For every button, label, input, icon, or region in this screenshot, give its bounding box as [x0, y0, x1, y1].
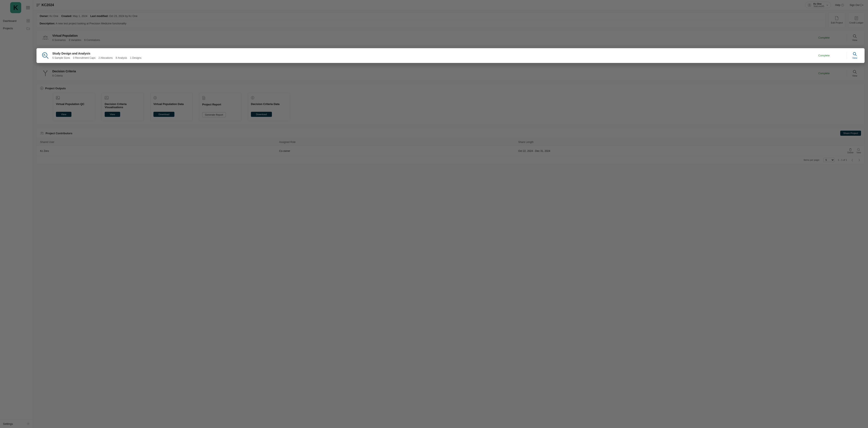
output-action-button[interactable]: View [56, 112, 71, 117]
section-sub: 6 Criteria [52, 74, 63, 77]
section-title: Virtual Population [52, 34, 818, 37]
output-action-button[interactable]: Download [251, 112, 272, 117]
trash-icon [849, 148, 852, 151]
edit-project-label: Edit Project [831, 22, 843, 24]
items-per-page-select[interactable]: 5 [823, 158, 835, 162]
folder-icon [27, 27, 30, 30]
credit-ledger-label: Credit Ledger [849, 22, 864, 24]
ledger-icon [854, 16, 859, 21]
share-project-button[interactable]: Share Project [840, 131, 861, 136]
table-row: Kc Zero Co-owner Oct 22, 2024 - Dec 31, … [37, 146, 864, 156]
svg-point-12 [853, 35, 856, 37]
page-title: KC2024 [41, 3, 54, 7]
section-sub: 1 Designs [130, 56, 141, 59]
pagination: Items per page: 5 1 - 1 of 1 ❮ ❯ [37, 156, 864, 162]
meta-owner-label: Owner: [40, 15, 49, 18]
download-icon [40, 87, 43, 90]
column-header-user: Shared User [40, 141, 279, 144]
page-range: 1 - 1 of 1 [838, 159, 847, 161]
column-header-length: Share Length [518, 141, 757, 144]
meta-description-label: Description: [40, 22, 55, 25]
contributors-heading: Project Contributors [45, 132, 72, 135]
download-circle-icon [251, 96, 287, 99]
topbar: KC2024 Kc One StatLead45 Help [33, 0, 868, 10]
output-title: Virtual Population Data [153, 103, 189, 109]
edit-project-button[interactable]: Edit Project [829, 12, 845, 27]
svg-point-11 [45, 36, 46, 37]
svg-point-18 [57, 97, 58, 98]
analysis-icon [40, 52, 50, 59]
sidebar-item-projects[interactable]: Projects [0, 25, 33, 32]
main-content: KC2024 Kc One StatLead45 Help [33, 0, 868, 428]
sidebar-item-dashboard[interactable]: Dashboard [0, 17, 33, 25]
view-button[interactable]: View [846, 34, 861, 41]
section-sub: 6 Correlations [84, 38, 100, 41]
credit-ledger-button[interactable]: Credit Ledger [848, 12, 865, 27]
svg-point-10 [46, 36, 48, 37]
next-page-icon[interactable]: ❯ [858, 159, 861, 162]
project-meta-panel: Owner: Kc One Created: May 1, 2024 Last … [36, 12, 826, 27]
section-virtual-population: Virtual Population 6 Scenarios 8 Variabl… [36, 30, 865, 45]
sidebar-item-settings[interactable]: Settings [0, 419, 33, 428]
people-icon [40, 35, 50, 40]
delete-label: Delete [847, 151, 854, 154]
view-button[interactable]: View [856, 148, 861, 154]
output-action-button[interactable]: Generate Report [202, 112, 226, 117]
cell-role: Co-owner [279, 149, 518, 152]
view-label: View [852, 57, 858, 59]
output-card: Project Report Generate Report [199, 93, 241, 121]
signout-label: Sign Out [849, 4, 860, 6]
section-sub: 8 Variables [69, 38, 81, 41]
meta-modified-label: Last modified: [90, 15, 108, 18]
svg-point-9 [43, 36, 44, 37]
search-icon [853, 52, 857, 56]
view-button[interactable]: View [846, 52, 861, 59]
output-title: Project Report [202, 103, 238, 109]
column-header-role: Assigned Role [279, 141, 518, 144]
view-label: View [852, 39, 858, 41]
items-per-page-label: Items per page: [804, 159, 820, 161]
meta-owner-value: Kc One [50, 15, 59, 18]
user-chip[interactable]: Kc One StatLead45 [805, 2, 831, 8]
output-card: Virtual Population Data Download [150, 93, 193, 121]
svg-point-4 [28, 423, 29, 424]
download-circle-icon [153, 96, 189, 99]
outputs-heading: Project Outputs [45, 87, 66, 90]
svg-point-23 [42, 132, 43, 133]
app-logo: K [10, 2, 21, 13]
chart-icon [105, 96, 141, 99]
edit-icon [835, 16, 839, 21]
svg-point-14 [853, 52, 856, 55]
signout-icon [860, 4, 863, 6]
cell-length: Oct 22, 2024 - Dec 31, 2024 [518, 149, 757, 152]
user-role: StatLead45 [813, 5, 824, 7]
contributors-panel: Project Contributors Share Project Share… [36, 128, 865, 164]
output-card: Decision Criteria Visualisations View [101, 93, 144, 121]
document-icon [202, 96, 238, 100]
image-icon [56, 96, 92, 99]
signout-button[interactable]: Sign Out [848, 3, 865, 7]
section-title: Decision Criteria [52, 69, 818, 73]
table-header-row: Shared User Assigned Role Share Length [37, 138, 864, 146]
output-card: Virtual Population QC View [53, 93, 95, 121]
svg-point-5 [809, 4, 810, 5]
meta-created-value: May 1, 2024 [73, 15, 87, 18]
output-action-button[interactable]: Download [153, 112, 175, 117]
section-sub: 2 Allocations [98, 56, 113, 59]
section-sub: 5 Sample Sizes [52, 56, 70, 59]
delete-button[interactable]: Delete [847, 148, 854, 154]
view-label: View [856, 151, 861, 154]
section-sub: 8 Analysis [116, 56, 127, 59]
sidebar-item-label: Settings [3, 422, 13, 425]
svg-rect-0 [27, 19, 28, 21]
help-label: Help [835, 4, 840, 6]
view-button[interactable]: View [846, 70, 861, 77]
help-icon: ? [841, 4, 844, 6]
meta-created-label: Created: [61, 15, 72, 18]
gear-icon [27, 422, 30, 425]
output-action-button[interactable]: View [105, 112, 120, 117]
menu-toggle-icon[interactable] [25, 5, 31, 10]
prev-page-icon[interactable]: ❮ [850, 159, 854, 162]
help-button[interactable]: Help ? [834, 3, 845, 7]
view-label: View [852, 75, 858, 77]
